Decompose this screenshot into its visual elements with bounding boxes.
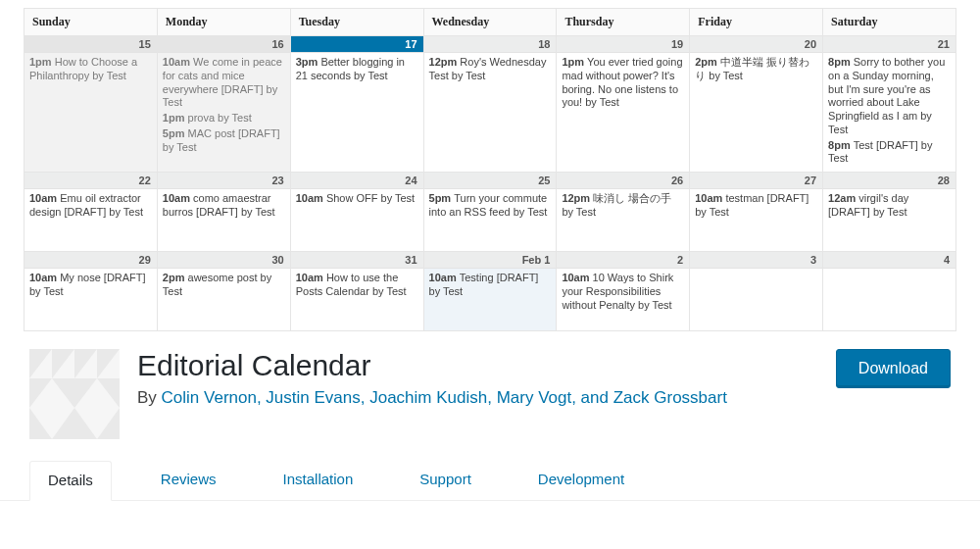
- calendar-cell[interactable]: 3: [690, 252, 822, 330]
- calendar-event[interactable]: 10am Testing [DRAFT] by Test: [429, 272, 552, 299]
- calendar-event[interactable]: 12pm Roy's Wednesday Test by Test: [429, 56, 552, 83]
- calendar-cell[interactable]: 173pm Better blogging in 21 seconds by T…: [291, 36, 423, 172]
- tab-installation[interactable]: Installation: [266, 461, 371, 500]
- calendar-event[interactable]: 2pm 中道半端 振り替わり by Test: [695, 56, 817, 83]
- event-time: 12am: [828, 192, 858, 204]
- calendar-event[interactable]: 3pm Better blogging in 21 seconds by Tes…: [296, 56, 418, 83]
- weekday-header: Tuesday: [291, 9, 423, 35]
- event-time: 3pm: [296, 56, 321, 68]
- section-heading: [0, 501, 980, 523]
- plugin-title: Editorial Calendar: [137, 349, 818, 382]
- download-button[interactable]: Download: [836, 349, 951, 388]
- calendar-cell[interactable]: 2710am testman [DRAFT] by Test: [690, 173, 822, 251]
- calendar-cell[interactable]: 191pm You ever tried going mad without p…: [557, 36, 689, 172]
- event-time: 12pm: [429, 56, 461, 68]
- event-time: 1pm: [163, 112, 188, 124]
- calendar-event[interactable]: 10am How to use the Posts Calendar by Te…: [296, 272, 418, 299]
- day-number: 4: [823, 252, 956, 269]
- weekday-header: Monday: [158, 9, 290, 35]
- calendar-event[interactable]: 10am testman [DRAFT] by Test: [695, 192, 817, 220]
- calendar-event[interactable]: 1pm prova by Test: [163, 112, 285, 125]
- tab-reviews[interactable]: Reviews: [143, 461, 234, 500]
- event-time: 10am: [695, 192, 725, 204]
- calendar-cell[interactable]: 210am 10 Ways to Shirk your Responsibili…: [557, 252, 689, 330]
- calendar-cell[interactable]: 3110am How to use the Posts Calendar by …: [291, 252, 423, 330]
- day-number: 30: [158, 252, 290, 269]
- day-number: 2: [557, 252, 689, 269]
- event-time: 5pm: [429, 192, 455, 204]
- weekday-header: Sunday: [24, 9, 157, 35]
- calendar-cell[interactable]: 1812pm Roy's Wednesday Test by Test: [424, 36, 557, 172]
- event-time: 10am: [29, 272, 60, 283]
- weekday-header: Saturday: [823, 9, 956, 35]
- plugin-byline: By Colin Vernon, Justin Evans, Joachim K…: [137, 388, 818, 408]
- event-time: 1pm: [29, 56, 55, 68]
- calendar-event[interactable]: 10am We come in peace for cats and mice …: [163, 56, 285, 110]
- by-prefix: By: [137, 388, 162, 407]
- day-number: 25: [424, 173, 557, 189]
- event-time: 10am: [163, 56, 193, 68]
- calendar-event[interactable]: 10am como amaestrar burros [DRAFT] by Te…: [163, 192, 285, 220]
- event-title: Show OFF by Test: [326, 192, 415, 204]
- event-time: 10am: [562, 272, 592, 283]
- tab-details[interactable]: Details: [29, 461, 112, 501]
- calendar-event[interactable]: 1pm You ever tried going mad without pow…: [562, 56, 684, 110]
- calendar-cell[interactable]: Feb 110am Testing [DRAFT] by Test: [424, 252, 557, 330]
- day-number: 31: [291, 252, 423, 269]
- calendar-event[interactable]: 8pm Sorry to bother you on a Sunday morn…: [828, 56, 951, 137]
- calendar-event[interactable]: 10am My nose [DRAFT] by Test: [29, 272, 152, 299]
- day-number: 18: [424, 36, 557, 53]
- calendar-grid: SundayMondayTuesdayWednesdayThursdayFrid…: [24, 8, 956, 331]
- event-time: 5pm: [163, 127, 188, 139]
- event-time: 8pm: [828, 139, 854, 151]
- calendar-event[interactable]: 10am 10 Ways to Shirk your Responsibilit…: [562, 272, 684, 312]
- event-title: Sorry to bother you on a Sunday morning,…: [828, 56, 945, 135]
- calendar-cell[interactable]: 2612pm 味消し 場合の手 by Test: [557, 173, 689, 251]
- calendar-event[interactable]: 5pm MAC post [DRAFT] by Test: [163, 127, 285, 155]
- tab-development[interactable]: Development: [520, 461, 642, 500]
- event-title: prova by Test: [188, 112, 252, 124]
- calendar-cell[interactable]: 151pm How to Choose a Philanthropy by Te…: [24, 36, 157, 172]
- weekday-header: Wednesday: [424, 9, 557, 35]
- day-number: 28: [823, 173, 956, 189]
- event-time: 8pm: [828, 56, 854, 68]
- day-number: 3: [690, 252, 822, 269]
- plugin-authors-link[interactable]: Colin Vernon, Justin Evans, Joachim Kudi…: [162, 388, 727, 407]
- day-number: 15: [24, 36, 157, 53]
- event-time: 12pm: [562, 192, 593, 204]
- event-time: 10am: [296, 192, 326, 204]
- calendar-cell[interactable]: 202pm 中道半端 振り替わり by Test: [690, 36, 822, 172]
- calendar-cell[interactable]: 2910am My nose [DRAFT] by Test: [24, 252, 157, 330]
- calendar-event[interactable]: 1pm How to Choose a Philanthropy by Test: [29, 56, 152, 83]
- day-number: 22: [24, 173, 157, 189]
- calendar-cell[interactable]: 1610am We come in peace for cats and mic…: [158, 36, 290, 172]
- event-time: 1pm: [562, 56, 587, 68]
- calendar-event[interactable]: 12pm 味消し 場合の手 by Test: [562, 192, 684, 220]
- calendar-event[interactable]: 2pm awesome post by Test: [163, 272, 285, 299]
- event-time: 10am: [163, 192, 193, 204]
- calendar-event[interactable]: 10am Show OFF by Test: [296, 192, 418, 206]
- weekday-header: Friday: [690, 9, 822, 35]
- day-number: 23: [158, 173, 290, 189]
- calendar-cell[interactable]: 218pm Sorry to bother you on a Sunday mo…: [823, 36, 956, 172]
- calendar-cell[interactable]: 2310am como amaestrar burros [DRAFT] by …: [158, 173, 290, 251]
- calendar-cell[interactable]: 2410am Show OFF by Test: [291, 173, 423, 251]
- calendar-event[interactable]: 5pm Turn your commute into an RSS feed b…: [429, 192, 552, 220]
- calendar-cell[interactable]: 2812am virgil's day [DRAFT] by Test: [823, 173, 956, 251]
- calendar-cell[interactable]: 2210am Emu oil extractor design [DRAFT] …: [24, 173, 157, 251]
- calendar-cell[interactable]: 4: [823, 252, 956, 330]
- day-number: 17: [291, 36, 423, 53]
- day-number: 16: [158, 36, 290, 53]
- calendar-cell[interactable]: 255pm Turn your commute into an RSS feed…: [424, 173, 557, 251]
- weekday-header: Thursday: [557, 9, 689, 35]
- calendar-screenshot: SundayMondayTuesdayWednesdayThursdayFrid…: [0, 0, 980, 331]
- calendar-event[interactable]: 12am virgil's day [DRAFT] by Test: [828, 192, 951, 220]
- calendar-event[interactable]: 8pm Test [DRAFT] by Test: [828, 139, 951, 167]
- plugin-tabs: DetailsReviewsInstallationSupportDevelop…: [0, 459, 980, 501]
- calendar-event[interactable]: 10am Emu oil extractor design [DRAFT] by…: [29, 192, 152, 220]
- event-time: 2pm: [163, 272, 188, 283]
- calendar-cell[interactable]: 302pm awesome post by Test: [158, 252, 290, 330]
- day-number: 27: [690, 173, 822, 189]
- tab-support[interactable]: Support: [402, 461, 489, 500]
- event-time: 10am: [296, 272, 326, 283]
